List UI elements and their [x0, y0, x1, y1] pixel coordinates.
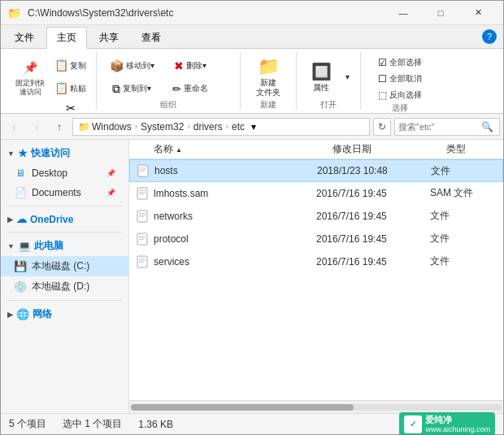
ribbon-copyto-button[interactable]: ⧉ 复制到▾	[103, 78, 160, 99]
h-scroll-thumb[interactable]	[131, 404, 354, 411]
path-segment-drivers: drivers	[193, 121, 223, 133]
sidebar-item-drive-d[interactable]: 💿 本地磁盘 (D:)	[1, 276, 128, 297]
ribbon-group-select: ☑ 全部选择 ☐ 全部取消 ⬚ 反向选择 选择	[361, 52, 439, 110]
ribbon-props-button[interactable]: 🔲 属性	[303, 55, 339, 99]
watermark-line1: 爱纯净	[425, 415, 490, 425]
file-row-lmhosts[interactable]: lmhosts.sam 2016/7/16 19:45 SAM 文件	[129, 182, 503, 205]
sidebar-section-onedrive[interactable]: ▶ ☁ OneDrive	[1, 210, 128, 228]
delete-icon: ✖	[174, 59, 184, 72]
ribbon-copy-button[interactable]: 复制	[51, 55, 89, 76]
file-row-networks[interactable]: networks 2016/7/16 19:45 文件	[129, 205, 503, 228]
path-segment-system32: System32	[141, 121, 184, 133]
sidebar-desktop-label: Desktop	[32, 167, 67, 179]
sidebar-section-quickaccess[interactable]: ▼ ★ 快速访问	[1, 143, 128, 163]
status-item-count: 5 个项目	[9, 417, 46, 431]
desktop-icon: 🖥	[14, 167, 27, 180]
path-dropdown-arrow[interactable]: ▾	[251, 121, 256, 133]
pin-icon	[20, 58, 40, 77]
ribbon-rename-button[interactable]: ✏ 重命名	[162, 78, 219, 99]
onedrive-label: OneDrive	[30, 214, 73, 225]
sidebar-divider-1	[7, 206, 122, 207]
col-header-name[interactable]: 名称▲	[154, 142, 332, 156]
pin-indicator: 📌	[106, 169, 115, 177]
forward-button[interactable]: ›	[27, 117, 46, 137]
file-icon-lmhosts	[136, 187, 149, 200]
tab-view[interactable]: 查看	[131, 27, 172, 48]
svg-rect-19	[139, 262, 144, 263]
help-icon[interactable]: ?	[482, 29, 497, 44]
file-row-protocol[interactable]: protocol 2016/7/16 19:45 文件	[129, 228, 503, 250]
pin-indicator-docs: 📌	[106, 189, 115, 197]
maximize-button[interactable]: □	[422, 1, 459, 25]
props-icon: 🔲	[311, 62, 331, 81]
delete-label: 删除▾	[186, 61, 206, 71]
file-list-header: 名称▲ 修改日期 类型	[129, 140, 503, 159]
tab-file[interactable]: 文件	[4, 27, 45, 48]
watermark-logo: ✓	[404, 415, 422, 433]
address-path[interactable]: 📁 Windows › System32 › drivers › etc ▾	[72, 118, 370, 136]
sidebar-item-documents[interactable]: 📄 Documents 📌	[1, 183, 128, 202]
ribbon-pin-button[interactable]: 固定到快速访问	[12, 55, 48, 99]
minimize-button[interactable]: —	[385, 1, 422, 25]
ribbon-open-dropdown[interactable]: ▾	[341, 55, 354, 99]
ribbon-delete-button[interactable]: ✖ 删除▾	[162, 55, 219, 76]
sidebar-section-thispc[interactable]: ▼ 💻 此电脑	[1, 236, 128, 256]
title-bar-path: C:\Windows\System32\drivers\etc	[28, 7, 385, 19]
ribbon-selectall-button[interactable]: ☑ 全部选择	[367, 55, 432, 70]
file-row-services[interactable]: services 2016/7/16 19:45 文件	[129, 250, 503, 273]
paste-icon	[54, 81, 67, 94]
ribbon-deselect-button[interactable]: ☐ 全部取消	[367, 72, 432, 86]
new-group-label: 新建	[260, 99, 276, 112]
ribbon-invertsel-button[interactable]: ⬚ 反向选择	[367, 88, 432, 102]
tab-share[interactable]: 共享	[89, 27, 129, 48]
ribbon-group-organize: 📦 移动到▾ ✖ 删除▾ ⧉ 复制到▾ ✏ 重命名	[97, 52, 241, 110]
file-date-lmhosts: 2016/7/16 19:45	[316, 188, 430, 199]
ribbon: 文件 主页 共享 查看 ? 固定到快速访问	[1, 25, 503, 114]
ribbon-content: 固定到快速访问 复制 粘贴 ✂	[1, 48, 503, 113]
svg-rect-14	[139, 237, 146, 238]
file-icon-networks	[136, 210, 149, 223]
ribbon-moveto-button[interactable]: 📦 移动到▾	[103, 55, 160, 76]
file-date-hosts: 2018/1/23 10:48	[317, 165, 431, 176]
refresh-button[interactable]: ↻	[373, 118, 391, 136]
onedrive-icon: ☁	[16, 213, 27, 225]
selectall-icon: ☑	[378, 57, 387, 68]
ribbon-newfolder-button[interactable]: 📁 新建文件夹	[247, 55, 289, 99]
sidebar-item-desktop[interactable]: 🖥 Desktop 📌	[1, 163, 128, 183]
ribbon-paste-button[interactable]: 粘贴	[51, 78, 89, 99]
back-button[interactable]: ‹	[4, 117, 24, 137]
file-row-hosts[interactable]: hosts 2018/1/23 10:48 文件	[129, 159, 503, 182]
thispc-label: 此电脑	[34, 239, 63, 253]
svg-rect-11	[139, 216, 144, 217]
chevron-1: ›	[135, 122, 137, 131]
selectall-label: 全部选择	[389, 58, 422, 67]
col-header-type[interactable]: 类型	[446, 142, 497, 156]
search-input[interactable]	[398, 122, 480, 132]
col-header-date[interactable]: 修改日期	[332, 142, 446, 156]
status-item-size: 1.36 KB	[138, 419, 173, 430]
sidebar-divider-3	[7, 300, 122, 301]
search-icon-button[interactable]: 🔍	[480, 120, 494, 134]
file-type-services: 文件	[430, 254, 497, 268]
sidebar-item-drive-c[interactable]: 💾 本地磁盘 (C:)	[1, 256, 128, 276]
window-icon: 📁	[7, 7, 21, 20]
up-button[interactable]: ↑	[50, 117, 69, 137]
tab-home[interactable]: 主页	[46, 27, 87, 49]
sidebar-section-network[interactable]: ▶ 🌐 网络	[1, 304, 128, 324]
ribbon-group-open: 🔲 属性 ▾ 打开	[297, 52, 361, 110]
path-segment-windows: 📁 Windows	[78, 121, 132, 133]
title-bar-controls: — □ ✕	[385, 1, 497, 25]
svg-rect-3	[140, 171, 145, 172]
copyto-icon: ⧉	[112, 82, 120, 96]
open-group-label: 打开	[320, 99, 337, 112]
network-label: 网络	[33, 307, 52, 321]
search-box: 🔍	[394, 118, 500, 136]
chevron-2: ›	[187, 122, 189, 131]
close-button[interactable]: ✕	[459, 1, 497, 25]
svg-rect-10	[139, 215, 146, 215]
file-date-protocol: 2016/7/16 19:45	[316, 233, 430, 245]
file-name-lmhosts: lmhosts.sam	[154, 188, 316, 199]
copy-icon	[54, 59, 67, 72]
title-bar: 📁 C:\Windows\System32\drivers\etc — □ ✕	[1, 1, 503, 25]
sidebar-drive-d-label: 本地磁盘 (D:)	[32, 280, 89, 294]
